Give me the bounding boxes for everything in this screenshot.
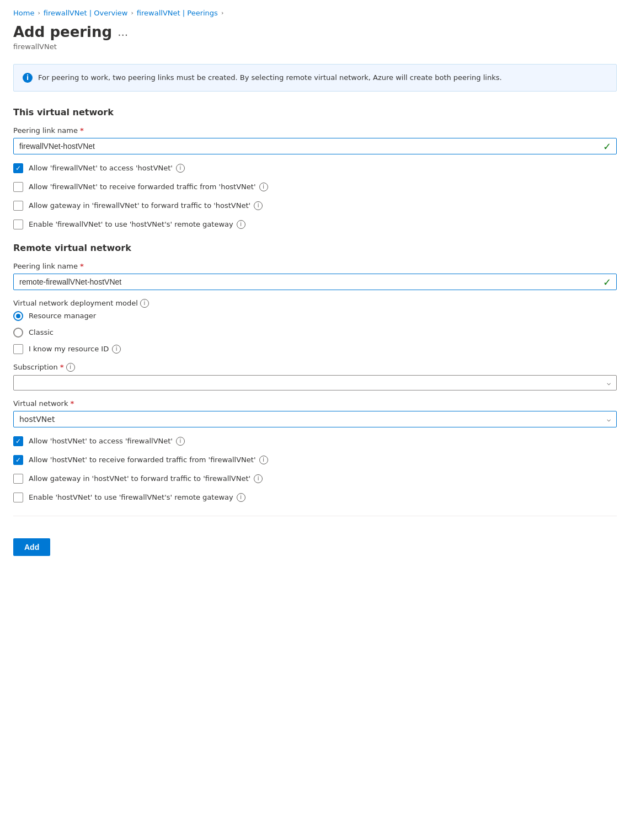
breadcrumb-sep-1: › — [38, 9, 40, 17]
required-star-4: * — [70, 399, 74, 408]
virtual-network-value: hostVNet — [19, 415, 55, 424]
remote-info-circle-3[interactable]: i — [254, 474, 263, 483]
this-checkbox-row-1: Allow 'firewallVNet' to access 'hostVNet… — [13, 163, 617, 173]
subscription-info[interactable]: i — [66, 363, 75, 372]
remote-peering-link-check-icon: ✓ — [603, 276, 611, 287]
radio-resource-manager: Resource manager — [13, 311, 617, 321]
info-circle-2[interactable]: i — [259, 183, 268, 191]
remote-info-circle-1[interactable]: i — [176, 437, 185, 446]
breadcrumb-overview[interactable]: firewallVNet | Overview — [44, 9, 128, 17]
subscription-dropdown[interactable]: ⌵ — [13, 375, 617, 390]
page-subtitle: firewallVNet — [13, 42, 617, 51]
info-circle-4[interactable]: i — [237, 220, 245, 229]
resource-id-label: I know my resource ID i — [29, 345, 121, 354]
page-header: Add peering ... — [13, 24, 617, 40]
this-vnet-section: This virtual network Peering link name *… — [13, 107, 617, 229]
deployment-model-info[interactable]: i — [140, 299, 149, 308]
breadcrumb-home[interactable]: Home — [13, 9, 34, 17]
virtual-network-label: Virtual network * — [13, 399, 617, 408]
virtual-network-dropdown[interactable]: hostVNet ⌵ — [13, 411, 617, 427]
this-checkbox-row-2: Allow 'firewallVNet' to receive forwarde… — [13, 182, 617, 192]
more-options-button[interactable]: ... — [118, 25, 128, 39]
remote-checkbox-1[interactable] — [13, 436, 23, 446]
info-circle-1[interactable]: i — [176, 164, 185, 173]
resource-id-checkbox[interactable] — [13, 344, 23, 354]
required-star-3: * — [60, 363, 64, 371]
info-circle-3[interactable]: i — [254, 201, 263, 210]
remote-checkbox-row-2: Allow 'hostVNet' to receive forwarded tr… — [13, 455, 617, 465]
remote-checkbox-4-label: Enable 'hostVNet' to use 'firewallVNet's… — [29, 493, 245, 502]
this-checkbox-1-label: Allow 'firewallVNet' to access 'hostVNet… — [29, 164, 185, 173]
remote-peering-link-input-wrapper: ✓ — [13, 274, 617, 290]
radio-classic-btn[interactable] — [13, 328, 23, 338]
remote-vnet-title: Remote virtual network — [13, 243, 617, 253]
this-checkbox-4[interactable] — [13, 220, 23, 229]
remote-checkbox-row-3: Allow gateway in 'hostVNet' to forward t… — [13, 474, 617, 484]
this-vnet-title: This virtual network — [13, 107, 617, 117]
breadcrumb-sep-3: › — [221, 9, 223, 17]
this-checkbox-3-label: Allow gateway in 'firewallVNet' to forwa… — [29, 201, 263, 210]
remote-checkbox-row-1: Allow 'hostVNet' to access 'firewallVNet… — [13, 436, 617, 446]
this-peering-link-check-icon: ✓ — [603, 140, 611, 152]
radio-classic: Classic — [13, 328, 617, 338]
radio-resource-manager-btn[interactable] — [13, 311, 23, 321]
subscription-dropdown-arrow: ⌵ — [607, 379, 611, 387]
radio-resource-manager-label: Resource manager — [29, 312, 96, 320]
resource-id-info[interactable]: i — [112, 345, 121, 354]
info-banner: i For peering to work, two peering links… — [13, 64, 617, 92]
this-peering-link-input[interactable] — [13, 138, 617, 154]
this-peering-link-input-wrapper: ✓ — [13, 138, 617, 154]
breadcrumb-peerings[interactable]: firewallVNet | Peerings — [137, 9, 218, 17]
remote-checkbox-row-4: Enable 'hostVNet' to use 'firewallVNet's… — [13, 493, 617, 502]
add-button[interactable]: Add — [13, 538, 50, 556]
remote-checkbox-4[interactable] — [13, 493, 23, 502]
required-star-1: * — [80, 126, 84, 135]
section-divider — [13, 516, 617, 516]
breadcrumb: Home › firewallVNet | Overview › firewal… — [13, 9, 617, 17]
radio-classic-label: Classic — [29, 328, 54, 336]
remote-info-circle-2[interactable]: i — [259, 456, 268, 464]
remote-checkbox-1-label: Allow 'hostVNet' to access 'firewallVNet… — [29, 437, 185, 446]
info-icon: i — [23, 73, 33, 83]
required-star-2: * — [80, 262, 84, 270]
breadcrumb-sep-2: › — [131, 9, 133, 17]
this-checkbox-4-label: Enable 'firewallVNet' to use 'hostVNet's… — [29, 220, 245, 229]
this-peering-link-label: Peering link name * — [13, 126, 617, 135]
this-checkbox-2-label: Allow 'firewallVNet' to receive forwarde… — [29, 183, 268, 191]
info-text: For peering to work, two peering links m… — [38, 72, 502, 83]
this-checkbox-row-3: Allow gateway in 'firewallVNet' to forwa… — [13, 201, 617, 211]
resource-id-checkbox-row: I know my resource ID i — [13, 344, 617, 354]
subscription-label: Subscription * i — [13, 363, 617, 372]
remote-info-circle-4[interactable]: i — [237, 493, 245, 502]
remote-checkbox-2[interactable] — [13, 455, 23, 465]
remote-checkbox-2-label: Allow 'hostVNet' to receive forwarded tr… — [29, 456, 268, 464]
this-checkbox-3[interactable] — [13, 201, 23, 211]
remote-checkbox-3-label: Allow gateway in 'hostVNet' to forward t… — [29, 474, 263, 483]
virtual-network-dropdown-arrow: ⌵ — [607, 415, 611, 423]
remote-vnet-section: Remote virtual network Peering link name… — [13, 243, 617, 502]
deployment-model-label: Virtual network deployment model i — [13, 299, 617, 308]
remote-peering-link-input[interactable] — [13, 274, 617, 290]
this-checkbox-2[interactable] — [13, 182, 23, 192]
page-title: Add peering — [13, 24, 112, 40]
this-checkbox-row-4: Enable 'firewallVNet' to use 'hostVNet's… — [13, 220, 617, 229]
remote-peering-link-label: Peering link name * — [13, 262, 617, 270]
this-checkbox-1[interactable] — [13, 163, 23, 173]
remote-checkbox-3[interactable] — [13, 474, 23, 484]
